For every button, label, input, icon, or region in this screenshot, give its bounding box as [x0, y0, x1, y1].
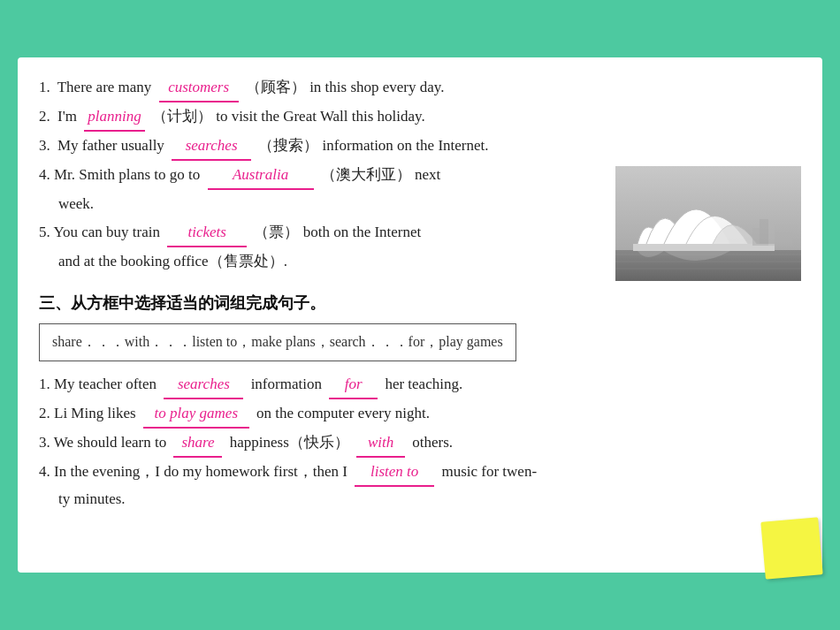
s2-blank2-3: with	[356, 430, 405, 458]
s2-mid-3: happiness（快乐）	[230, 434, 349, 451]
num-4: 4.	[39, 166, 50, 183]
s2-num-2: 2.	[39, 405, 50, 421]
num-5: 5.	[39, 224, 50, 240]
s2-blank-4: listen to	[355, 459, 434, 487]
section2-header: 三、从方框中选择适当的词组完成句子。	[39, 290, 801, 317]
blank-5: tickets	[167, 220, 247, 247]
sentence-5-continued: and at the booking office（售票处）.	[39, 249, 601, 275]
section-with-image: 4. Mr. Smith plans to go to Australia （澳…	[39, 163, 801, 281]
cn-1: （顾客）	[246, 79, 306, 95]
s2-num-4: 4.	[39, 463, 50, 480]
blank-4: Australia	[208, 163, 314, 190]
text-before-1: There are many	[57, 79, 152, 95]
s2-blank1-3: share	[173, 430, 222, 458]
s2-sentence-4: 4. In the evening，I do my homework first…	[39, 459, 801, 512]
blank-2: planning	[84, 104, 144, 132]
svg-rect-6	[752, 228, 760, 246]
s2-before-1: My teacher often	[54, 376, 157, 392]
s2-after-1: her teaching.	[385, 376, 462, 392]
num-1: 1.	[39, 79, 50, 95]
blank-1: customers	[159, 75, 239, 102]
num-3: 3.	[39, 137, 50, 154]
s2-after-2: on the computer every night.	[256, 405, 430, 421]
s2-sentence-1: 1. My teacher often searches information…	[39, 372, 801, 399]
svg-rect-8	[768, 224, 775, 246]
s2-sentence-2: 2. Li Ming likes to play games on the co…	[39, 401, 801, 429]
text-after-4a: next	[415, 166, 440, 183]
text-after-5a: both on the Internet	[303, 224, 422, 240]
s2-before-2: Li Ming likes	[54, 405, 136, 421]
cn-4: （澳大利亚）	[321, 166, 411, 183]
text-part: 4. Mr. Smith plans to go to Australia （澳…	[39, 163, 601, 276]
sentence-3: 3. My father usually searches （搜索） infor…	[39, 133, 801, 161]
sentence-4: 4. Mr. Smith plans to go to Australia （澳…	[39, 163, 601, 190]
s2-num-1: 1.	[39, 376, 50, 392]
s2-mid-1: information	[251, 376, 322, 392]
cn-3: （搜索）	[258, 137, 318, 154]
s2-blank1-1: searches	[164, 372, 243, 399]
text-before-5: You can buy train	[53, 224, 160, 240]
svg-rect-9	[775, 232, 792, 246]
sentence-5: 5. You can buy train tickets （票） both on…	[39, 220, 601, 247]
text-after-1: in this shop every day.	[309, 79, 444, 95]
s2-after-4a: music for twen-	[441, 463, 537, 480]
sentence-2: 2. I'm planning （计划） to visit the Great …	[39, 104, 801, 132]
s2-after-3: others.	[412, 434, 453, 451]
text-after-2: to visit the Great Wall this holiday.	[216, 108, 425, 125]
sentence-1: 1. There are many customers （顾客） in this…	[39, 75, 801, 102]
num-2: 2.	[39, 108, 50, 125]
main-card: 1. There are many customers （顾客） in this…	[18, 57, 822, 573]
text-after-3: information on the Internet.	[323, 137, 489, 154]
word-box: share．．．with．．．listen to，make plans，sear…	[39, 323, 516, 361]
text-before-4: Mr. Smith plans to go to	[54, 166, 200, 183]
sentence-4-continued: week.	[39, 192, 601, 217]
sydney-opera-image	[615, 166, 801, 281]
cn-2: （计划）	[152, 108, 212, 125]
sticky-note	[760, 517, 822, 579]
s2-blank2-1: for	[329, 372, 378, 399]
s2-sentence-3: 3. We should learn to share happiness（快乐…	[39, 430, 801, 458]
s2-before-4: In the evening，I do my homework first，th…	[54, 463, 347, 480]
s2-after-4b: ty minutes.	[39, 490, 126, 507]
svg-rect-7	[760, 219, 768, 246]
cn-5: （票）	[254, 224, 299, 240]
s2-num-3: 3.	[39, 434, 50, 451]
text-before-3: My father usually	[57, 137, 164, 154]
s2-before-3: We should learn to	[54, 434, 167, 451]
blank-3: searches	[172, 133, 251, 161]
text-before-2: I'm	[57, 108, 77, 125]
s2-blank-2: to play games	[143, 401, 249, 429]
